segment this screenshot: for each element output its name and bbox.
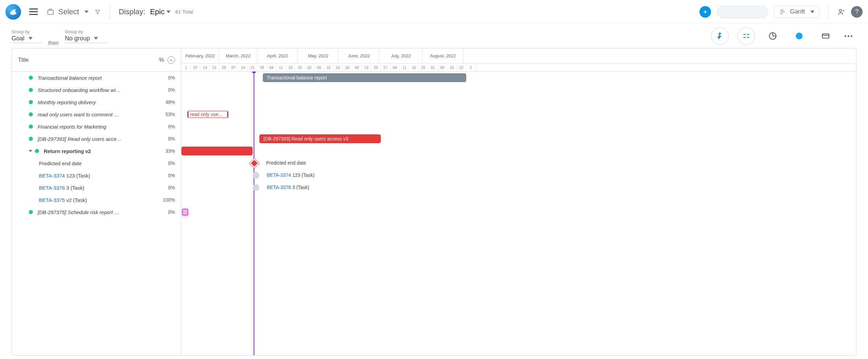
issue-key-link[interactable]: BETA-3374	[39, 173, 65, 178]
chevron-down-icon	[28, 37, 33, 40]
task-label: Predicted end date	[39, 160, 157, 166]
task-dot[interactable]	[253, 184, 259, 191]
gantt-bar[interactable]: Transactional balance report	[263, 73, 466, 82]
menu-button[interactable]	[27, 6, 40, 17]
status-dot-icon	[29, 137, 33, 141]
chevron-down-icon	[94, 37, 98, 40]
group-by-label: Group by	[12, 29, 42, 34]
view-select[interactable]: Gantt	[774, 6, 820, 18]
task-row[interactable]: [DB-297393] Read only users acce…0%	[12, 133, 181, 145]
tool-jira[interactable]	[711, 27, 729, 45]
timeline-row: Predicted end date	[181, 157, 856, 169]
task-percent: 33%	[157, 148, 181, 154]
resize-handle-right[interactable]	[227, 111, 228, 117]
status-dot-icon	[29, 100, 33, 104]
day-cell: 11	[400, 63, 409, 71]
chevron-down-icon[interactable]	[29, 150, 32, 152]
timeline-body[interactable]: Transactional balance reportread only us…	[181, 72, 856, 355]
milestone-diamond[interactable]	[250, 158, 259, 168]
status-dot-icon	[29, 210, 33, 214]
task-label: Transactional balance report	[38, 75, 157, 81]
day-cell: 14	[200, 63, 210, 71]
timeline-label: BETA-3376 3 (Task)	[267, 185, 309, 190]
task-label: [DB-297393] Read only users acce…	[38, 136, 157, 142]
gantt-bar[interactable]: read only use…	[188, 111, 228, 118]
issue-key-link[interactable]: BETA-3374	[267, 172, 291, 178]
timeline-row: BETA-3374 123 (Task)	[181, 169, 856, 182]
task-row[interactable]: BETA-3374 123 (Task)0%	[12, 169, 181, 182]
legend-icon	[742, 32, 751, 40]
task-row[interactable]: BETA-3375 v2 (Task)100%	[12, 194, 181, 206]
more-menu[interactable]	[841, 35, 856, 37]
group-by-1[interactable]: Group by Goal	[12, 29, 42, 43]
task-row[interactable]: [DB-297375] Schedule risk report …0%	[12, 206, 181, 218]
add-column-button[interactable]: +	[167, 56, 175, 64]
timeline-label: Predicted end date	[266, 160, 306, 166]
task-percent: 48%	[157, 99, 181, 105]
month-cell: April, 2022	[257, 49, 298, 63]
jira-icon	[715, 32, 724, 40]
day-cell: 1	[181, 63, 191, 71]
day-cell: 2	[466, 63, 476, 71]
timeline-row	[181, 206, 856, 218]
logo-icon	[8, 7, 18, 17]
tool-pie[interactable]	[764, 27, 782, 45]
issue-key-link[interactable]: BETA-3375	[39, 197, 65, 203]
resize-handle-left[interactable]	[188, 111, 189, 117]
gantt-bar[interactable]	[181, 147, 253, 155]
day-cell: 04	[267, 63, 276, 71]
day-cell: 15	[447, 63, 457, 71]
display-select[interactable]: Display: Epic 61 Total	[119, 7, 193, 16]
day-cell: 21	[248, 63, 257, 71]
task-percent: 0%	[157, 87, 181, 93]
filter-icon[interactable]	[95, 9, 101, 15]
day-cell: 14	[238, 63, 248, 71]
display-label: Display:	[119, 7, 145, 16]
invite-user-icon[interactable]	[837, 8, 845, 16]
group-by-2[interactable]: Group by No group	[65, 29, 107, 43]
status-dot-icon	[29, 76, 33, 80]
gantt-bar[interactable]	[182, 209, 188, 215]
month-cell: August, 2022	[423, 49, 463, 63]
task-label: read only users want to comment …	[38, 112, 157, 117]
issue-key-link[interactable]: BETA-3376	[39, 185, 65, 191]
total-count: 61 Total	[175, 9, 193, 15]
day-cell: 01	[428, 63, 438, 71]
pie-icon	[768, 32, 777, 40]
month-cell: July, 2022	[379, 49, 423, 63]
day-cell: 23	[333, 63, 343, 71]
help-button[interactable]: ?	[851, 6, 863, 18]
task-label: [DB-297375] Schedule risk report …	[38, 209, 157, 215]
task-row[interactable]: Predicted end date0%	[12, 157, 181, 169]
timeline-row: read only use…	[181, 108, 856, 120]
gantt-bar[interactable]: [DB-297393] Read only users access v3	[259, 134, 381, 143]
task-row[interactable]: Structured onboarding workflow wi…0%	[12, 84, 181, 96]
day-cell: 20	[371, 63, 381, 71]
task-row[interactable]: Monthly reporting delivery48%	[12, 96, 181, 108]
project-select[interactable]: Select	[46, 7, 88, 16]
tool-card[interactable]	[817, 27, 834, 45]
task-dot[interactable]	[253, 172, 259, 179]
task-percent: 53%	[157, 112, 181, 117]
day-cell: 06	[352, 63, 362, 71]
tool-status[interactable]	[790, 27, 808, 45]
task-row[interactable]: Return reporting v233%	[12, 145, 181, 157]
status-dot-icon	[35, 149, 39, 153]
project-select-label: Select	[58, 7, 79, 16]
day-cell: 07	[229, 63, 238, 71]
task-row[interactable]: BETA-3376 3 (Task)0%	[12, 182, 181, 194]
timeline-row: [DB-297393] Read only users access v3	[181, 133, 856, 145]
timeline-header: February, 2022March, 2022April, 2022May,…	[181, 49, 856, 71]
task-row[interactable]: Transactional balance report0%	[12, 72, 181, 84]
group-by-2-value: No group	[65, 35, 90, 42]
task-label: Monthly reporting delivery	[38, 99, 157, 105]
search-box[interactable]	[717, 6, 768, 18]
app-logo[interactable]	[5, 4, 21, 20]
task-row[interactable]: Financial reports for Marketing0%	[12, 120, 181, 133]
add-button[interactable]	[699, 6, 711, 18]
day-cell: 21	[210, 63, 219, 71]
task-row[interactable]: read only users want to comment …53%	[12, 108, 181, 120]
issue-key-link[interactable]: BETA-3376	[267, 185, 291, 190]
tool-legend[interactable]	[737, 27, 755, 45]
day-cell: 11	[276, 63, 286, 71]
